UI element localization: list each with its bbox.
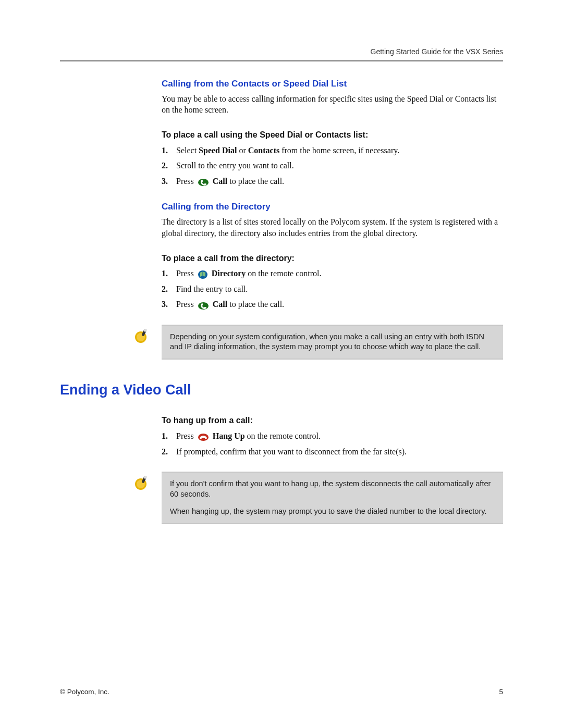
step-text: Press: [176, 300, 196, 309]
note-box: Depending on your system configuration, …: [162, 325, 503, 360]
step-bold: Contacts: [248, 146, 279, 155]
note-icon: [133, 325, 162, 343]
note-icon: [133, 472, 162, 490]
step-text: Press: [176, 431, 196, 440]
main-content: Calling from the Contacts or Speed Dial …: [162, 78, 503, 524]
step-item: Select Speed Dial or Contacts from the h…: [162, 145, 503, 156]
step-text: on the remote control.: [246, 269, 321, 278]
step-item: Press Hang Up on the remote control.: [162, 430, 503, 442]
step-text: Press: [176, 177, 196, 186]
howto-title: To place a call using the Speed Dial or …: [162, 129, 503, 141]
step-item: Find the entry to call.: [162, 283, 503, 295]
howto-title: To hang up from a call:: [162, 415, 503, 426]
call-icon: [198, 178, 209, 187]
step-bold: Directory: [212, 269, 246, 278]
step-text: to place the call.: [227, 300, 284, 309]
howto-steps: Select Speed Dial or Contacts from the h…: [162, 145, 503, 187]
step-bold: Speed Dial: [199, 146, 237, 155]
page-footer: © Polycom, Inc. 5: [60, 687, 503, 697]
step-text: on the remote control.: [245, 431, 321, 440]
step-text: Press: [176, 269, 196, 278]
document-page: Getting Started Guide for the VSX Series…: [0, 0, 563, 728]
step-bold: Hang Up: [213, 431, 245, 440]
note-box: If you don't confirm that you want to ha…: [162, 472, 503, 524]
header-divider: [60, 60, 503, 61]
howto-steps: Press Hang Up on the remote control. If …: [162, 430, 503, 457]
note-text: Depending on your system configuration, …: [170, 332, 495, 352]
directory-icon: [198, 270, 208, 279]
step-item: Scroll to the entry you want to call.: [162, 160, 503, 171]
note-text: If you don't confirm that you want to ha…: [170, 479, 495, 499]
note-text: When hanging up, the system may prompt y…: [170, 507, 495, 517]
section-title-directory: Calling from the Directory: [162, 201, 503, 213]
howto-title: To place a call from the directory:: [162, 253, 503, 264]
call-icon: [198, 302, 209, 310]
step-bold: Call: [213, 300, 227, 309]
section-intro: You may be able to access calling inform…: [162, 93, 503, 116]
step-text: to place the call.: [227, 177, 284, 186]
note-block: If you don't confirm that you want to ha…: [133, 472, 503, 524]
step-item: Press Call to place the call.: [162, 176, 503, 187]
step-text: Select: [176, 146, 199, 155]
step-text: or: [237, 146, 248, 155]
footer-copyright: © Polycom, Inc.: [60, 687, 109, 697]
running-header: Getting Started Guide for the VSX Series: [60, 47, 503, 57]
step-text: from the home screen, if necessary.: [279, 146, 399, 155]
step-bold: Call: [213, 177, 227, 186]
section-intro: The directory is a list of sites stored …: [162, 216, 503, 239]
major-heading-ending-call: Ending a Video Call: [60, 380, 503, 399]
step-item: Press Call to place the call.: [162, 299, 503, 310]
howto-steps: Press Directory on the remote control. F…: [162, 268, 503, 310]
hang-up-icon: [198, 433, 209, 441]
page-number: 5: [499, 687, 503, 697]
note-block: Depending on your system configuration, …: [133, 325, 503, 360]
step-item: If prompted, confirm that you want to di…: [162, 446, 503, 458]
section-title-contacts: Calling from the Contacts or Speed Dial …: [162, 78, 503, 90]
step-item: Press Directory on the remote control.: [162, 268, 503, 279]
